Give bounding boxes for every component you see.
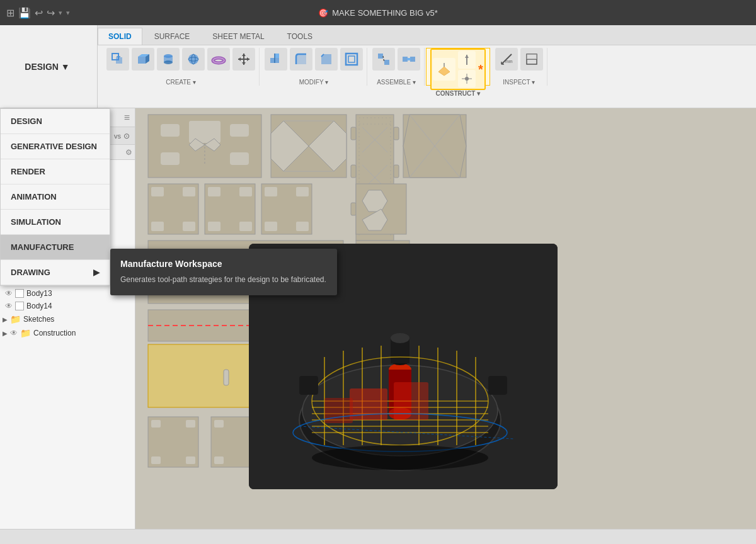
svg-rect-91 bbox=[208, 222, 220, 231]
svg-rect-94 bbox=[265, 187, 277, 196]
shell-icon[interactable] bbox=[340, 48, 363, 71]
box-icon[interactable] bbox=[132, 48, 154, 71]
svg-rect-89 bbox=[208, 187, 220, 196]
svg-marker-32 bbox=[438, 67, 450, 76]
menu-item-simulation[interactable]: SIMULATION bbox=[1, 210, 110, 235]
construction-label: Construction bbox=[33, 329, 76, 337]
window-title: 🎯 bbox=[318, 8, 328, 18]
svg-rect-95 bbox=[296, 187, 309, 196]
assemble-label[interactable]: ASSEMBLE ▾ bbox=[377, 79, 416, 86]
svg-rect-3 bbox=[116, 57, 122, 64]
svg-marker-20 bbox=[247, 57, 249, 61]
create-label[interactable]: CREATE ▾ bbox=[166, 79, 196, 86]
item-label: Body14 bbox=[26, 302, 52, 310]
new-component-icon[interactable] bbox=[106, 48, 129, 71]
measure-icon[interactable]: mm bbox=[495, 48, 518, 71]
tree-folder-construction[interactable]: ▶ 👁 📁 Construction bbox=[0, 326, 135, 340]
visibility-icon[interactable]: 👁 bbox=[5, 289, 13, 298]
undo-icon[interactable]: ↩ bbox=[35, 7, 43, 19]
assemble-icons bbox=[372, 48, 420, 71]
item-checkbox[interactable] bbox=[15, 302, 24, 310]
menu-item-animation[interactable]: ANIMATION bbox=[1, 184, 110, 210]
menu-item-drawing[interactable]: DRAWING ▶ bbox=[1, 260, 110, 285]
undo-dropdown[interactable]: ▾ bbox=[59, 9, 62, 17]
create-icons bbox=[106, 48, 255, 71]
tooltip-title: Manufacture Workspace bbox=[120, 259, 327, 269]
sphere-icon[interactable] bbox=[182, 48, 205, 71]
cylinder-icon[interactable] bbox=[157, 48, 180, 71]
svg-rect-67 bbox=[394, 165, 399, 178]
tab-solid[interactable]: SOLID bbox=[98, 28, 142, 45]
tab-surface[interactable]: SURFACE bbox=[144, 28, 201, 45]
sketches-label: Sketches bbox=[23, 315, 54, 324]
section-analysis-icon[interactable] bbox=[520, 48, 543, 71]
tab-tools[interactable]: TOOLS bbox=[277, 28, 323, 45]
views-label[interactable]: vs bbox=[114, 132, 121, 140]
torus-icon[interactable] bbox=[207, 48, 230, 71]
tree-item-body14[interactable]: 👁 Body14 bbox=[0, 300, 135, 312]
chamfer-icon[interactable] bbox=[315, 48, 338, 71]
svg-text:mm: mm bbox=[505, 59, 513, 64]
construct-group: * CONSTRUCT ▾ bbox=[426, 48, 490, 86]
modify-label[interactable]: MODIFY ▾ bbox=[299, 79, 328, 86]
visibility-icon[interactable]: 👁 bbox=[5, 302, 13, 310]
svg-rect-85 bbox=[183, 187, 195, 196]
svg-rect-25 bbox=[348, 56, 355, 62]
svg-rect-87 bbox=[183, 222, 195, 231]
svg-rect-50 bbox=[230, 124, 249, 137]
design-button[interactable]: DESIGN ▼ bbox=[0, 25, 98, 108]
topbar: ⊞ 💾 ↩ ↪ ▾ ▾ 🎯 MAKE SOMETHING BIG v5* bbox=[0, 0, 756, 25]
svg-rect-24 bbox=[346, 54, 357, 65]
filter-icon[interactable]: ≡ bbox=[124, 112, 130, 123]
svg-marker-35 bbox=[465, 55, 469, 58]
svg-rect-4 bbox=[138, 57, 146, 64]
statusbar bbox=[0, 529, 756, 544]
grid-icon[interactable]: ⊞ bbox=[6, 7, 14, 19]
svg-rect-29 bbox=[403, 57, 408, 62]
menu-item-manufacture[interactable]: MANUFACTURE bbox=[1, 235, 110, 260]
svg-rect-163 bbox=[299, 376, 318, 395]
manufacture-tooltip: Manufacture Workspace Generates tool-pat… bbox=[110, 249, 337, 295]
dropdown-menu: DESIGN GENERATIVE DESIGN RENDER ANIMATIO… bbox=[0, 108, 110, 286]
drawing-submenu-arrow: ▶ bbox=[93, 268, 100, 277]
svg-rect-125 bbox=[214, 420, 224, 428]
parts-layout bbox=[135, 108, 756, 544]
plane-icon[interactable] bbox=[433, 58, 455, 81]
svg-marker-22 bbox=[275, 54, 279, 58]
svg-rect-65 bbox=[351, 203, 356, 215]
svg-rect-115 bbox=[224, 370, 229, 385]
rigid-group-icon[interactable] bbox=[398, 48, 420, 71]
item-checkbox[interactable] bbox=[15, 289, 24, 298]
redo-icon[interactable]: ↪ bbox=[47, 7, 55, 19]
visibility-icon[interactable]: 👁 bbox=[10, 329, 18, 337]
point-icon[interactable] bbox=[458, 70, 476, 88]
construct-label[interactable]: CONSTRUCT ▾ bbox=[436, 90, 481, 97]
menu-item-design[interactable]: DESIGN bbox=[1, 109, 110, 134]
svg-rect-123 bbox=[186, 456, 195, 464]
construct-asterisk: * bbox=[478, 62, 483, 77]
move-icon[interactable] bbox=[232, 48, 255, 71]
settings-gear-icon[interactable]: ⚙ bbox=[125, 148, 132, 157]
redo-dropdown[interactable]: ▾ bbox=[66, 9, 70, 17]
save-icon[interactable]: 💾 bbox=[18, 7, 31, 19]
svg-rect-30 bbox=[410, 57, 415, 62]
modify-icons bbox=[265, 48, 363, 71]
axis-icon[interactable] bbox=[458, 51, 476, 69]
fillet-icon[interactable] bbox=[290, 48, 312, 71]
record-icon[interactable]: ⊙ bbox=[123, 132, 130, 140]
svg-rect-63 bbox=[351, 127, 356, 140]
menu-item-generative-design[interactable]: GENERATIVE DESIGN bbox=[1, 134, 110, 159]
tree-folder-sketches[interactable]: ▶ 📁 Sketches bbox=[0, 312, 135, 326]
press-pull-icon[interactable] bbox=[265, 48, 287, 71]
modify-group: MODIFY ▾ bbox=[261, 48, 367, 86]
inspect-label[interactable]: INSPECT ▾ bbox=[503, 79, 535, 86]
svg-rect-97 bbox=[296, 222, 309, 231]
tab-sheetmetal[interactable]: SHEET METAL bbox=[202, 28, 275, 45]
main-area: 🔍 ≡ MAKE SOMETHING BIG v5 Settings vs ⊙ … bbox=[0, 108, 756, 544]
svg-rect-160 bbox=[324, 398, 353, 423]
joint-icon[interactable] bbox=[372, 48, 395, 71]
menu-item-render[interactable]: RENDER bbox=[1, 159, 110, 184]
svg-rect-66 bbox=[394, 127, 399, 140]
folder-icon-construction: 📁 bbox=[20, 328, 31, 338]
svg-marker-17 bbox=[242, 54, 246, 56]
